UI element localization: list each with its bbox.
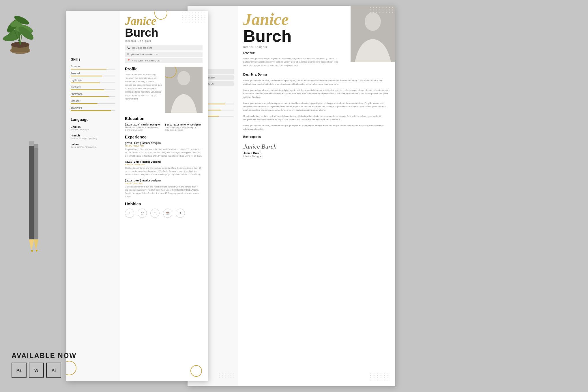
- hobby-music: ♪: [125, 209, 134, 218]
- letter-content-area: Dear, Mrs. Donna Lorem ipsum dolor sit a…: [243, 73, 390, 158]
- svg-point-22: [177, 71, 190, 85]
- letter-para-1: Lorem ipsum dolor sit amet, consectetur …: [243, 79, 390, 86]
- deco-circle-br: [190, 365, 202, 377]
- skill-item-5: Photoshop: [71, 93, 115, 97]
- badge-ai: Ai: [46, 363, 61, 378]
- skill-item-4: Illustrator: [71, 86, 115, 90]
- available-now-section: AVAILABLE NOW Ps W Ai: [12, 352, 76, 378]
- contact-address: 📍 4639 West Fork Street, US: [125, 58, 203, 63]
- hobby-bike: ⊙: [150, 209, 160, 218]
- skill-item-6: Manager: [71, 100, 115, 104]
- svg-marker-17: [34, 239, 38, 250]
- last-name: Burch: [125, 27, 203, 38]
- skill-name-3: Lightroom: [71, 79, 115, 82]
- letter-signer-title: Interior Designer: [243, 155, 390, 158]
- pencils-decoration: [16, 138, 50, 260]
- hobbies-section: Hobbies ♪ ◎ ⊙ ☕ ✈: [125, 202, 203, 218]
- skill-name-2: Autocad: [71, 72, 115, 75]
- resume2-dots-tr: [370, 7, 394, 13]
- edu-item-1: ( 2015 -2020 ) Interior Designer The Uni…: [125, 123, 162, 131]
- resume2-photo: [351, 6, 395, 62]
- skill-name-7: Teamwork: [71, 106, 115, 109]
- svg-marker-19: [31, 250, 33, 252]
- badge-w: W: [29, 363, 44, 378]
- svg-rect-18: [34, 144, 38, 148]
- exp-item-1: ( 2018 - 2021 ) Interior Designer Tsophy…: [125, 142, 203, 157]
- letter-signature: Janice Burch: [243, 143, 390, 150]
- letter-dots-br: [370, 373, 389, 380]
- resume2-dots-bottom: [219, 373, 235, 378]
- letter-greeting: Dear, Mrs. Donna: [243, 73, 390, 76]
- dots-decoration-tr: [182, 12, 206, 22]
- skills-title: Skills: [71, 57, 115, 61]
- resume-card-2: 📞079 3979 ✉2345@email.com 📍Fork Street, …: [188, 6, 395, 386]
- lang-english: English Mother Language: [71, 125, 115, 131]
- letter-para-2: Lorem ipsum dolor sit amet, consectetur …: [243, 89, 390, 99]
- experience-section: Experience ( 2018 - 2021 ) Interior Desi…: [125, 135, 203, 198]
- resume-card-1: Skills 3ds max Autocad Lightroom Illustr…: [66, 11, 208, 381]
- skill-item-3: Lightroom: [71, 79, 115, 83]
- software-badges: Ps W Ai: [12, 363, 76, 378]
- resume-left-sidebar: Skills 3ds max Autocad Lightroom Illustr…: [66, 11, 120, 381]
- letter-closing: Best regards: [243, 135, 390, 138]
- svg-point-24: [365, 12, 381, 31]
- letter-signer-name: Janice Burch: [243, 152, 390, 155]
- contact-section: 📞 (331) 039 079 3979 ✉ yourmail2345@emai…: [125, 45, 203, 63]
- experience-title: Experience: [125, 135, 203, 139]
- svg-rect-13: [29, 141, 34, 239]
- available-now-title: AVAILABLE NOW: [12, 352, 76, 360]
- skill-name-1: 3ds max: [71, 65, 115, 68]
- job-title: Interior Designer: [125, 40, 203, 42]
- lang-french: French Perfect Writing / Speaking: [71, 134, 115, 140]
- letter-para-3: Lorem ipsum dolor amet adipiscing nonumm…: [243, 102, 390, 112]
- skill-name-4: Illustrator: [71, 86, 115, 89]
- svg-rect-16: [34, 144, 38, 239]
- skill-name-5: Photoshop: [71, 93, 115, 95]
- svg-rect-15: [29, 141, 34, 146]
- profile-photo: [165, 67, 203, 113]
- letter-para-5: Lorem ipsum dolor sit amet, consectetur …: [243, 124, 390, 131]
- skill-item-7: Teamwork: [71, 106, 115, 111]
- education-section: Education ( 2015 -2020 ) Interior Design…: [125, 116, 203, 131]
- contact-phone: 📞 (331) 039 079 3979: [125, 45, 203, 50]
- contact-email: ✉ yourmail2345@email.com: [125, 52, 203, 57]
- skills-section: Skills 3ds max Autocad Lightroom Illustr…: [71, 57, 115, 111]
- profile-area: Profile Lorem eunt ipsum ed adipiscing n…: [125, 67, 203, 113]
- language-title: Language: [71, 117, 115, 122]
- resume-right-content: Janice Burch Interior Designer 📞 (331) 0…: [120, 11, 208, 381]
- hobby-travel: ✈: [176, 209, 185, 218]
- language-section: Language English Mother Language French …: [71, 117, 115, 148]
- profile-title: Profile: [125, 67, 162, 71]
- exp-item-2: ( 2015 - 2018 ) Interior Designer Stackc…: [125, 160, 203, 176]
- skill-item-2: Autocad: [71, 72, 115, 76]
- hobby-coffee: ☕: [163, 209, 172, 218]
- hobby-photo: ◎: [138, 209, 147, 218]
- plant-decoration: [0, 0, 61, 61]
- letter-para-4: Ut enim ad minim veniam, nostrud exercit…: [243, 115, 390, 121]
- svg-marker-14: [29, 239, 34, 251]
- education-title: Education: [125, 116, 203, 121]
- edu-item-2: ( 2010 -2015 ) Interior Designer The Uni…: [165, 123, 203, 131]
- profile-text: Lorem eunt ipsum ed adipiscing nonummy l…: [125, 73, 162, 101]
- lang-italian: Italian Basic Writing / Speaking: [71, 142, 115, 148]
- resume2-right: Janice Burch Interior Designer Profile L…: [238, 6, 395, 386]
- skill-item-1: 3ds max: [71, 65, 115, 70]
- hobbies-title: Hobbies: [125, 202, 203, 206]
- exp-item-3: ( 2012 - 2015 ) Interior Designer Carell…: [125, 179, 203, 198]
- skill-name-6: Manager: [71, 100, 115, 102]
- svg-marker-20: [35, 250, 38, 252]
- badge-ps: Ps: [12, 363, 27, 378]
